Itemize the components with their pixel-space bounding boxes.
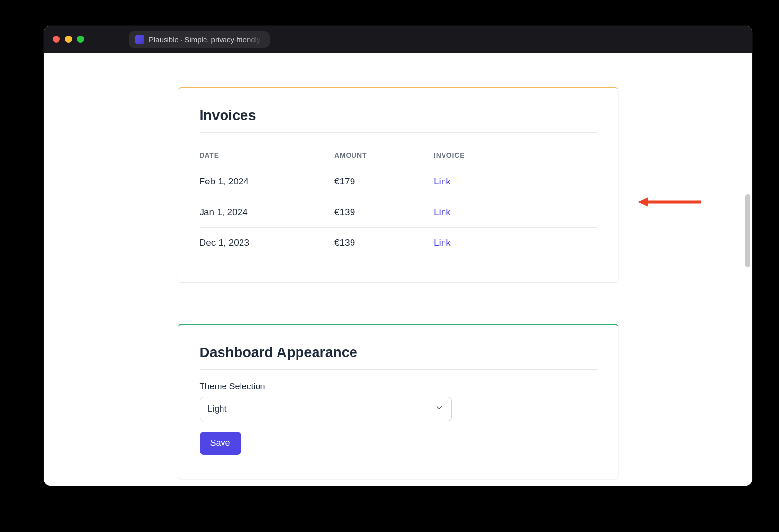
cell-date: Jan 1, 2024 [200,197,334,228]
page-content: Invoices DATE AMOUNT INVOICE Feb 1, 2024 [44,53,752,486]
col-header-date: DATE [200,145,334,166]
browser-window: Plausible · Simple, privacy-friendly… In… [44,26,752,486]
col-header-invoice: INVOICE [434,145,597,166]
col-header-amount: AMOUNT [334,145,434,166]
theme-select-value: Light [208,404,227,414]
browser-tab-title: Plausible · Simple, privacy-friendly… [149,36,263,44]
browser-tab-active[interactable]: Plausible · Simple, privacy-friendly… [129,31,270,48]
svg-marker-1 [637,197,648,207]
chevron-down-icon [435,404,444,415]
table-row: Dec 1, 2023 €139 Link [200,228,597,258]
divider [200,369,597,370]
cell-amount: €139 [334,228,434,258]
plausible-favicon-icon [135,35,144,44]
appearance-title: Dashboard Appearance [200,345,597,361]
table-row: Feb 1, 2024 €179 Link [200,166,597,197]
annotation-arrow-icon [637,196,701,210]
close-window-button[interactable] [53,36,60,43]
invoices-card: Invoices DATE AMOUNT INVOICE Feb 1, 2024 [178,87,618,282]
invoice-link[interactable]: Link [434,176,451,186]
theme-selection-label: Theme Selection [200,382,597,392]
window-controls [53,36,84,43]
save-button[interactable]: Save [200,432,241,455]
table-row: Jan 1, 2024 €139 Link [200,197,597,228]
divider [200,132,597,133]
titlebar: Plausible · Simple, privacy-friendly… [44,26,752,53]
cell-amount: €179 [334,166,434,197]
cell-amount: €139 [334,197,434,228]
zoom-window-button[interactable] [77,36,84,43]
appearance-card: Dashboard Appearance Theme Selection Lig… [178,324,618,479]
cell-date: Dec 1, 2023 [200,228,334,258]
theme-select[interactable]: Light [200,397,452,421]
scrollbar-thumb[interactable] [745,194,750,267]
cell-date: Feb 1, 2024 [200,166,334,197]
minimize-window-button[interactable] [65,36,72,43]
invoice-link[interactable]: Link [434,238,451,248]
invoice-link[interactable]: Link [434,207,451,217]
invoices-title: Invoices [200,108,597,124]
invoices-table: DATE AMOUNT INVOICE Feb 1, 2024 €179 Lin… [200,145,597,258]
